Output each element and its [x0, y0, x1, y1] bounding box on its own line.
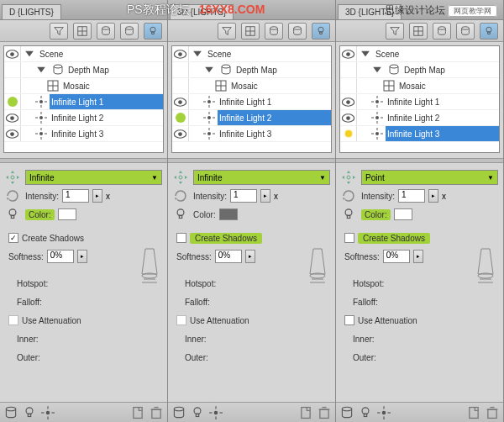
- intensity-input[interactable]: 1: [62, 189, 89, 203]
- filter-button[interactable]: [218, 23, 236, 40]
- softness-slider-icon[interactable]: ▸: [245, 250, 255, 263]
- visibility-toggle[interactable]: [4, 126, 21, 141]
- expand-arrow-icon[interactable]: [191, 48, 204, 60]
- grid-button[interactable]: [73, 23, 92, 40]
- footer-icon-3[interactable]: [40, 406, 55, 419]
- expand-arrow-icon[interactable]: [202, 64, 216, 76]
- tree-light-item[interactable]: Infinite Light 1: [172, 94, 331, 110]
- filter-button[interactable]: [386, 23, 404, 40]
- visibility-toggle[interactable]: [172, 46, 189, 61]
- material-button[interactable]: [288, 23, 307, 40]
- filter-button[interactable]: [50, 23, 68, 40]
- visibility-toggle[interactable]: [4, 78, 21, 93]
- new-item-icon[interactable]: [298, 406, 313, 419]
- tree-scene[interactable]: Scene: [172, 46, 331, 62]
- expand-arrow-icon[interactable]: [34, 64, 48, 76]
- visibility-toggle[interactable]: [4, 46, 21, 61]
- light-button[interactable]: [480, 23, 498, 40]
- grid-button[interactable]: [409, 23, 428, 40]
- move-light-icon[interactable]: [3, 168, 22, 187]
- visibility-toggle[interactable]: [340, 78, 357, 93]
- rotate-light-icon[interactable]: [3, 187, 22, 205]
- create-shadows-checkbox[interactable]: [176, 233, 186, 243]
- rotate-light-icon[interactable]: [171, 187, 190, 205]
- material-button[interactable]: [120, 23, 139, 40]
- visibility-toggle[interactable]: [172, 62, 189, 77]
- rotate-light-icon[interactable]: [339, 187, 358, 205]
- expand-arrow-icon[interactable]: [23, 48, 36, 60]
- visibility-toggle[interactable]: [172, 78, 189, 93]
- visibility-toggle[interactable]: [340, 46, 357, 61]
- softness-input[interactable]: 0%: [47, 250, 74, 263]
- target-light-icon[interactable]: [339, 205, 358, 224]
- expand-arrow-icon[interactable]: [359, 48, 372, 60]
- move-light-icon[interactable]: [339, 168, 358, 187]
- trash-icon[interactable]: [485, 406, 500, 419]
- tree-mosaic[interactable]: Mosaic: [340, 78, 499, 94]
- tree-light-item[interactable]: Infinite Light 1: [340, 94, 499, 110]
- light-type-select[interactable]: Point▼: [361, 170, 498, 185]
- tree-light-item[interactable]: Infinite Light 2: [4, 110, 163, 126]
- tree-depth-map[interactable]: Depth Map: [340, 62, 499, 78]
- create-shadows-checkbox[interactable]: [344, 233, 354, 243]
- use-attenuation-checkbox[interactable]: [344, 315, 354, 325]
- expand-arrow-icon[interactable]: [370, 64, 384, 76]
- visibility-toggle[interactable]: [340, 110, 357, 125]
- tree-depth-map[interactable]: Depth Map: [172, 62, 331, 78]
- mesh-button[interactable]: [265, 23, 283, 40]
- tree-mosaic[interactable]: Mosaic: [4, 78, 163, 94]
- visibility-toggle[interactable]: [172, 110, 189, 125]
- intensity-slider-icon[interactable]: ▸: [92, 189, 102, 203]
- softness-input[interactable]: 0%: [215, 250, 242, 263]
- create-shadows-checkbox[interactable]: ✓: [8, 233, 18, 243]
- color-swatch[interactable]: [219, 208, 238, 220]
- light-type-select[interactable]: Infinite▼: [25, 170, 162, 185]
- visibility-toggle[interactable]: [4, 110, 21, 125]
- target-light-icon[interactable]: [3, 205, 22, 224]
- tree-light-item[interactable]: Infinite Light 2: [340, 110, 499, 126]
- tree-depth-map[interactable]: Depth Map: [4, 62, 163, 78]
- new-item-icon[interactable]: [130, 406, 145, 419]
- footer-icon-2[interactable]: [358, 406, 373, 419]
- tree-mosaic[interactable]: Mosaic: [172, 78, 331, 94]
- softness-slider-icon[interactable]: ▸: [413, 250, 423, 263]
- visibility-toggle[interactable]: [4, 94, 21, 109]
- trash-icon[interactable]: [149, 406, 164, 419]
- footer-icon-3[interactable]: [208, 406, 223, 419]
- intensity-input[interactable]: 1: [398, 189, 425, 203]
- light-type-select[interactable]: Infinite▼: [193, 170, 330, 185]
- intensity-input[interactable]: 1: [230, 189, 257, 203]
- light-button[interactable]: [144, 23, 162, 40]
- footer-icon-3[interactable]: [376, 406, 391, 419]
- footer-icon-1[interactable]: [171, 406, 186, 419]
- tree-light-item[interactable]: Infinite Light 3: [4, 126, 163, 142]
- softness-slider-icon[interactable]: ▸: [77, 250, 87, 263]
- tree-light-item[interactable]: Infinite Light 3: [172, 126, 331, 142]
- softness-input[interactable]: 0%: [383, 250, 410, 263]
- visibility-toggle[interactable]: [340, 126, 357, 141]
- visibility-toggle[interactable]: [172, 126, 189, 141]
- target-light-icon[interactable]: [171, 205, 190, 224]
- footer-icon-2[interactable]: [190, 406, 205, 419]
- grid-button[interactable]: [241, 23, 260, 40]
- mesh-button[interactable]: [97, 23, 115, 40]
- color-swatch[interactable]: [58, 208, 76, 220]
- visibility-toggle[interactable]: [340, 62, 357, 77]
- color-swatch[interactable]: [394, 208, 412, 220]
- light-button[interactable]: [312, 23, 330, 40]
- tree-scene[interactable]: Scene: [340, 46, 499, 62]
- footer-icon-1[interactable]: [3, 406, 18, 419]
- footer-icon-2[interactable]: [22, 406, 37, 419]
- tree-light-item[interactable]: Infinite Light 3: [340, 126, 499, 142]
- trash-icon[interactable]: [317, 406, 332, 419]
- visibility-toggle[interactable]: [172, 94, 189, 109]
- footer-icon-1[interactable]: [339, 406, 354, 419]
- visibility-toggle[interactable]: [340, 94, 357, 109]
- mesh-button[interactable]: [433, 23, 451, 40]
- intensity-slider-icon[interactable]: ▸: [260, 189, 270, 203]
- intensity-slider-icon[interactable]: ▸: [428, 189, 438, 203]
- tree-scene[interactable]: Scene: [4, 46, 163, 62]
- visibility-toggle[interactable]: [4, 62, 21, 77]
- move-light-icon[interactable]: [171, 168, 190, 187]
- tree-light-item[interactable]: Infinite Light 1: [4, 94, 163, 110]
